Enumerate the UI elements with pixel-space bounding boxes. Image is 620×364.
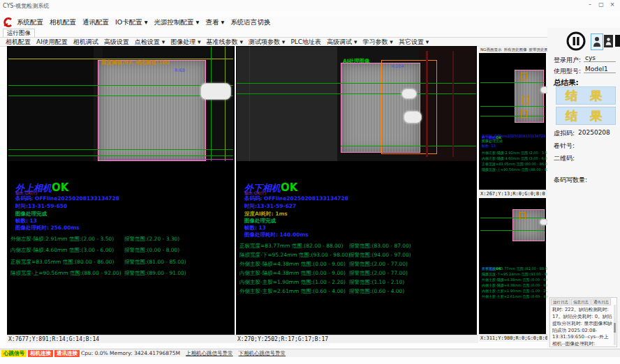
log-panel: 运行日志 信息日志 通讯日志 耗时: 222。缺陷检测耗时: 17。缺陷分类耗时…: [549, 297, 617, 347]
mini-measure: 内侧主胶-主胶=1.90mm 范围:(1.00 - 2.20): [482, 289, 552, 294]
measure-text: 外侧左胶-隔膜:2.91mm 范围:(2.00 - 3.50): [10, 236, 114, 243]
bright-blob: [404, 111, 422, 123]
result-text-2: 结 果: [566, 108, 606, 124]
measure-alarm: 报警范围:(2.00 - 77.00): [349, 270, 408, 277]
tab-ng-display[interactable]: NG画面显示: [480, 47, 501, 52]
tool-ai-config[interactable]: AI使用配置: [36, 38, 68, 47]
middle-barcode: 条码码: OFFline20250208133134728: [244, 195, 348, 202]
mini-measure: 外侧主胶-隔膜=4.38mm 范围:(0.00 - 9.00): [482, 278, 552, 282]
maroon-streak: [426, 51, 428, 157]
mini-cell-overlay: [512, 209, 545, 241]
model-field[interactable]: Model1: [584, 66, 616, 73]
mini-orange-box: [522, 96, 529, 104]
tab-all-history[interactable]: 所有历史图像: [503, 47, 526, 52]
result-box-2: 结 果: [556, 107, 616, 125]
log-scrollbar-thumb[interactable]: [614, 323, 616, 333]
r-value-label: R:204: [392, 63, 404, 68]
mini-barcode: 条码码: OFFline20250208133134728: [482, 134, 545, 139]
app-window: CYS-视觉检测系统 – ▢ × 系统配置 相机配置 通讯配置 IO卡配置 ▾ …: [0, 0, 620, 364]
log-tab-info[interactable]: 信息日志: [571, 298, 591, 305]
history-panel-bottom[interactable]: 外下相机OK 正极宽度=83.77mm 范围:(82.00 - 88.00) 隔…: [479, 198, 546, 334]
middle-camera-ok: OK: [281, 181, 297, 194]
history-panel-top[interactable]: 外上相机OK 条码码: OFFline20250208133134728 图像处…: [479, 53, 546, 190]
measure-alarm: 报警范围:(1.10 - 2.10): [349, 279, 404, 286]
middle-frame-count: 帧数: 13: [244, 225, 266, 232]
tool-baseline-params[interactable]: 基准线参数 ▾: [207, 38, 243, 47]
middle-camera-panel: AI处理图像 R:204 外下相机OK 输出:OK(T) 条码码: OFFlin…: [236, 46, 477, 335]
menu-view[interactable]: 查看 ▾: [205, 18, 224, 27]
cell-region-overlay: [98, 60, 206, 161]
overlay-green-line: [237, 83, 476, 84]
history-top-coord-bar: X:267;Y:13;R:0;G:0;B:0: [479, 190, 547, 197]
lower-camera-heartbeat-msg: 下相机心跳信号异常: [239, 350, 286, 357]
menu-light-config[interactable]: 光源控制配置 ▾: [154, 18, 200, 27]
user-login-button[interactable]: [591, 33, 603, 50]
history-tab-strip: NG画面显示 所有历史图像 胶带历史图像: [479, 46, 546, 53]
left-camera-panel: 固定阈值:93, 动态阈值:100 R:68 外上相机OK 输出:OK(T) 条…: [7, 46, 235, 335]
log-tab-strip: 运行日志 信息日志 通讯日志: [550, 298, 617, 305]
mini-orange-box: [519, 212, 526, 219]
maximize-button[interactable]: ▢: [596, 1, 606, 9]
mini-done: 图像处理完成: [482, 139, 503, 144]
tool-learn-params[interactable]: 学习参数 ▾: [363, 38, 393, 47]
tool-test-params[interactable]: 测试项参数 ▾: [249, 38, 285, 47]
heartbeat-badge: 心跳信号: [1, 350, 27, 357]
exit-button[interactable]: [614, 33, 620, 48]
login-user-field[interactable]: cys: [584, 54, 616, 62]
tool-advanced-debug[interactable]: 高级调试 ▾: [327, 38, 357, 47]
tool-plc-table[interactable]: PLC地址表: [290, 38, 321, 47]
tool-camera-debug[interactable]: 相机调试: [73, 38, 98, 47]
log-tab-run[interactable]: 运行日志: [551, 298, 570, 305]
overlay-green-line: [237, 93, 476, 94]
mini-measure: 内侧主胶-隔膜=4.38mm 范围:(0.00 - 9.00): [482, 283, 552, 288]
left-process-time: 图像处理耗时: 256.00ms: [15, 225, 80, 232]
qr-code-label: 二维码:: [554, 154, 575, 163]
minimize-button[interactable]: –: [585, 1, 595, 9]
mini-measure: 隔膜宽度-下=95.24mm 范围:(93.00 - 98.00): [482, 272, 556, 277]
pause-button[interactable]: [566, 31, 586, 52]
overlay-green-line: [480, 106, 545, 107]
user-button[interactable]: [604, 35, 613, 47]
mini-measure: 正极宽度=83.77mm 范围:(82.00 - 88.00): [482, 266, 551, 271]
tool-other-settings[interactable]: 其它设置 ▾: [399, 38, 429, 47]
measure-alarm: 报警范围:(2.00 - 77.00): [349, 261, 408, 268]
tab-run-image[interactable]: 运行图像: [3, 29, 35, 37]
close-button[interactable]: ×: [607, 1, 617, 9]
model-label: 使用型号:: [554, 67, 581, 76]
menu-camera-config[interactable]: 相机配置: [50, 18, 76, 27]
tool-image-process[interactable]: 图像处理 ▾: [170, 38, 200, 47]
left-camera-image[interactable]: 固定阈值:93, 动态阈值:100 R:68: [8, 47, 233, 161]
threshold-overlay-label: 固定阈值:93, 动态阈值:100: [101, 59, 170, 66]
measure-text: 内侧左胶-隔膜:4.60mm 范围:(3.00 - 6.00): [10, 247, 114, 254]
middle-camera-image[interactable]: AI处理图像 R:204: [237, 47, 476, 161]
reel-number-label: 卷针号:: [554, 142, 575, 151]
title-bar: CYS-视觉检测系统 – ▢ ×: [0, 0, 620, 11]
tab-blob: [200, 83, 231, 100]
tool-camera-config[interactable]: 相机配置: [6, 38, 31, 47]
log-scrollbar[interactable]: [614, 305, 616, 345]
mini-cell-overlay: [515, 70, 544, 123]
menu-language-switch[interactable]: 系统语言切换: [230, 18, 270, 27]
overlay-green-line: [8, 85, 233, 86]
mini-measure: 外侧主胶-主胶=2.61mm 范围:(0.60 - 4.00): [482, 294, 552, 299]
window-title: CYS-视觉检测系统: [3, 2, 49, 10]
menu-io-config[interactable]: IO卡配置 ▾: [115, 18, 148, 27]
middle-process-done: 图像处理完成: [244, 218, 276, 225]
menu-system-config[interactable]: 系统配置: [17, 18, 43, 27]
machine-edge: [249, 47, 250, 161]
overlay-magenta-line: [106, 159, 233, 160]
measure-alarm: 报警范围:(89.00 - 91.00): [124, 270, 186, 277]
tool-spot-check[interactable]: 点检设置 ▾: [135, 38, 165, 47]
mini-frame: 帧数: 13: [482, 144, 496, 149]
overlay-green-line: [341, 146, 476, 146]
measure-alarm: 报警范围:(83.00 - 87.00): [349, 243, 411, 250]
menu-comm-config[interactable]: 通讯配置: [82, 18, 109, 27]
tool-advanced-settings[interactable]: 高级设置: [104, 38, 129, 47]
left-time: 时间:13-31-59-650: [15, 203, 67, 210]
r-value-label: R:68: [175, 68, 185, 73]
person-add-icon: [593, 36, 601, 47]
overlay-green-line: [8, 149, 233, 150]
mini-measure: 内侧左胶-隔膜:4.60mm 范围:(3.00 - 6.00): [482, 156, 551, 161]
log-tab-comm[interactable]: 通讯日志: [591, 298, 611, 305]
measure-text: 正极宽度=83.77mm 范围:(82.00 - 88.00): [239, 243, 344, 250]
